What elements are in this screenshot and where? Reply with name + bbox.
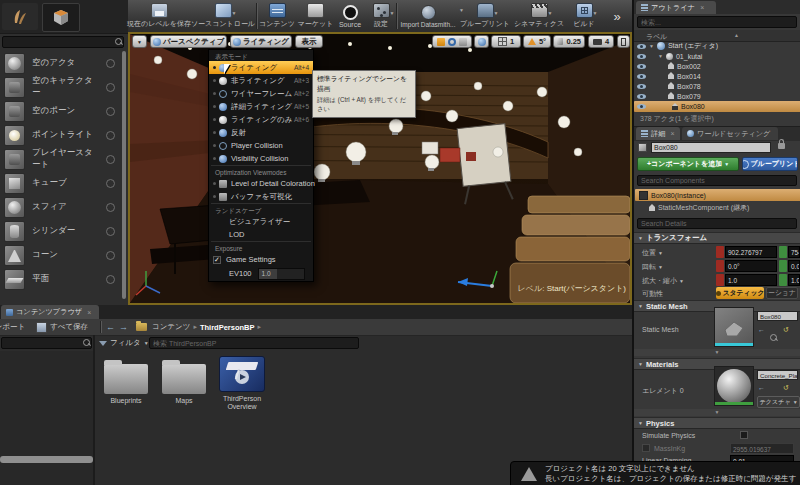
foliage-mode-tab[interactable] — [2, 3, 38, 30]
breadcrumb-root[interactable]: コンテンツ — [152, 322, 190, 332]
mobility-static-button[interactable]: スタティック — [716, 287, 764, 299]
menu-item-game-settings[interactable]: ✓ Game Settings — [209, 253, 313, 266]
static-mesh-thumbnail[interactable] — [714, 307, 754, 347]
drag-handle-icon[interactable] — [106, 155, 115, 164]
mobility-stationary-button[interactable]: ステーショナリー — [766, 287, 798, 299]
outliner-row-start[interactable]: ▼ Start (エディタ) — [634, 41, 800, 51]
browse-icon[interactable] — [770, 334, 778, 342]
back-button[interactable]: ← — [106, 320, 116, 334]
world-settings-tab[interactable]: ワールドセッティング — [682, 127, 778, 140]
asset-item-thirdperson-overview[interactable]: ThirdPerson Overview — [214, 356, 270, 411]
marketplace-button[interactable]: マーケット — [297, 1, 334, 31]
place-item-sphere[interactable]: スフィア — [0, 195, 121, 219]
world-local-toggle[interactable] — [474, 35, 489, 48]
save-all-button[interactable]: すべて保存 — [36, 320, 98, 334]
place-item-plane[interactable]: 平面 — [0, 267, 121, 291]
drag-handle-icon[interactable] — [106, 275, 115, 284]
menu-item-player-collision[interactable]: Player Collision — [209, 139, 313, 152]
use-selected-icon[interactable]: ← — [758, 383, 765, 392]
menu-item-lod[interactable]: LOD — [209, 228, 313, 241]
import-datasmith-button[interactable]: ▼ Import Datasmith... — [398, 1, 458, 31]
reset-icon[interactable]: ↺ — [783, 325, 789, 334]
location-x-field[interactable]: 902.276797 — [725, 246, 777, 258]
component-row-root[interactable]: Box080(Instance) — [635, 189, 800, 201]
add-component-button[interactable]: +コンポーネントを追加 ▼ — [637, 157, 739, 171]
drag-handle-icon[interactable] — [106, 83, 115, 92]
assets-search-input[interactable] — [149, 337, 359, 349]
chevron-down-icon[interactable]: ▼ — [658, 264, 663, 270]
visibility-eye-icon[interactable] — [637, 84, 646, 89]
content-browser-tab[interactable]: コンテンツブラウザ × — [1, 305, 99, 319]
sort-arrow-icon[interactable]: ▲ — [734, 32, 739, 38]
component-row-staticmesh[interactable]: StaticMeshComponent (継承) — [635, 202, 800, 214]
physics-section-header[interactable]: ▼ Physics — [634, 417, 800, 429]
sources-splitter[interactable] — [0, 456, 93, 463]
outliner-row-box002[interactable]: Box002 — [634, 61, 800, 71]
reset-icon[interactable]: ↺ — [783, 383, 789, 392]
transform-gizmo-group[interactable] — [432, 35, 472, 48]
close-icon[interactable]: × — [87, 309, 91, 316]
filter-button[interactable]: フィルタ ▼ — [99, 337, 145, 349]
show-button[interactable]: 表示 — [295, 35, 323, 48]
forward-button[interactable]: → — [119, 320, 129, 334]
use-selected-icon[interactable]: ← — [758, 325, 765, 334]
drag-handle-icon[interactable] — [106, 59, 115, 68]
chevron-down-icon[interactable]: ▼ — [658, 250, 663, 256]
place-item-player-start[interactable]: プレイヤースタート — [0, 147, 121, 171]
menu-item-reflections[interactable]: 反射 — [209, 126, 313, 139]
close-icon[interactable]: × — [670, 130, 674, 137]
chevron-down-icon[interactable]: ▼ — [679, 278, 684, 284]
rotation-x-field[interactable]: 0.0° — [725, 260, 777, 272]
menu-item-wireframe[interactable]: ワイヤーフレーム Alt+2 — [209, 87, 313, 100]
place-item-cube[interactable]: キューブ — [0, 171, 121, 195]
place-item-cone[interactable]: コーン — [0, 243, 121, 267]
drag-handle-icon[interactable] — [106, 227, 115, 236]
outliner-tab[interactable]: アウトライナ × — [636, 1, 716, 14]
texture-dropdown-button[interactable]: テクスチャ ▼ — [757, 396, 800, 408]
ev100-slider[interactable]: 1.0 — [258, 268, 305, 280]
expander-icon[interactable]: ▼ — [649, 43, 654, 49]
material-thumbnail[interactable] — [714, 366, 754, 406]
asset-item-maps[interactable]: Maps — [158, 360, 210, 405]
menu-item-detail-lighting[interactable]: 詳細ライティング Alt+5 — [209, 100, 313, 113]
details-tab[interactable]: 詳細 × — [636, 127, 680, 140]
rotation-y-field[interactable]: 0.0° — [788, 260, 800, 272]
drag-handle-icon[interactable] — [106, 251, 115, 260]
expand-category-button[interactable]: ▼ — [634, 349, 800, 356]
content-button[interactable]: コンテンツ — [258, 1, 296, 31]
outliner-row-box078[interactable]: Box078 — [634, 81, 800, 91]
menu-item-visibility-collision[interactable]: Visibility Collision — [209, 152, 313, 165]
toolbar-overflow-button[interactable]: » — [606, 1, 628, 31]
perspective-button[interactable]: パースペクティブ — [150, 35, 227, 48]
outliner-row-box014[interactable]: Box014 — [634, 71, 800, 81]
checkbox-checked-icon[interactable]: ✓ — [213, 256, 221, 264]
settings-button[interactable]: ▼ 設定 — [366, 1, 396, 31]
scale-snap-button[interactable]: 0.25 — [553, 35, 585, 48]
actor-name-field[interactable] — [651, 142, 771, 153]
lock-icon[interactable] — [778, 143, 785, 149]
menu-item-visualizer[interactable]: ビジュアライザー — [209, 215, 313, 228]
build-button[interactable]: ▼ ビルド — [567, 1, 601, 31]
import-button[interactable]: インポート — [0, 320, 32, 334]
outliner-row-01-kutai[interactable]: ▼ 01_kutai — [634, 51, 800, 61]
outliner-row-box079[interactable]: Box079 — [634, 91, 800, 101]
transform-section-header[interactable]: ▼ トランスフォーム — [634, 232, 800, 244]
static-mesh-value-field[interactable]: Box080 — [757, 311, 798, 321]
expander-icon[interactable]: ▼ — [658, 53, 663, 59]
visibility-eye-icon[interactable] — [637, 64, 646, 69]
close-icon[interactable]: × — [700, 4, 704, 11]
maximize-viewport-button[interactable] — [617, 35, 630, 48]
drag-handle-icon[interactable] — [106, 107, 115, 116]
menu-item-unlit[interactable]: 非ライティング Alt+3 — [209, 74, 313, 87]
location-y-field[interactable]: 754.98 — [788, 246, 800, 258]
visibility-eye-icon[interactable] — [637, 104, 646, 109]
blueprint-button[interactable]: ブループリント — [742, 157, 798, 171]
drag-handle-icon[interactable] — [106, 131, 115, 140]
visibility-eye-icon[interactable] — [637, 44, 646, 49]
material-value-field[interactable]: Concrete_Plain — [757, 370, 798, 380]
place-item-empty-pawn[interactable]: 空のポーン — [0, 99, 121, 123]
source-control-button[interactable]: ▼ ソースコントロール — [191, 1, 255, 31]
asset-item-blueprints[interactable]: Blueprints — [100, 360, 152, 405]
simulate-physics-checkbox[interactable] — [740, 431, 748, 439]
scale-x-field[interactable]: 1.0 — [725, 274, 777, 286]
